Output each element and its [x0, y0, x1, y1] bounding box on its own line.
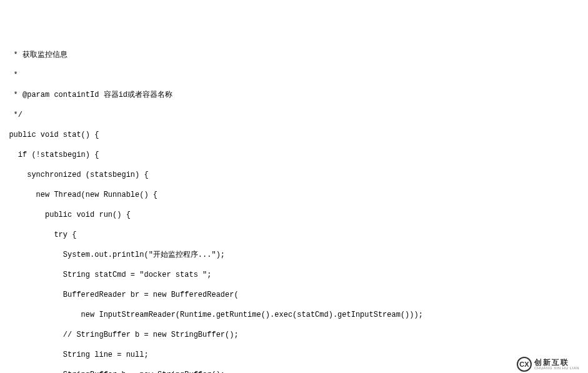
logo-en: CHUANG XIN HU LIAN — [534, 366, 579, 370]
code-line: String statCmd = "docker stats "; — [0, 270, 588, 280]
code-line: public void stat() { — [0, 130, 588, 140]
code-line: * @param containtId 容器id或者容器名称 — [0, 90, 588, 100]
logo-cn: 创新互联 — [534, 359, 579, 366]
code-line: if (!statsbegin) { — [0, 150, 588, 160]
logo-icon: CX — [517, 357, 532, 372]
code-line: */ — [0, 110, 588, 120]
code-line: synchronized (statsbegin) { — [0, 170, 588, 180]
code-line: // StringBuffer b = new StringBuffer(); — [0, 330, 588, 340]
code-line: BufferedReader br = new BufferedReader( — [0, 290, 588, 300]
code-line: StringBuffer b = new StringBuffer(); — [0, 370, 588, 373]
logo-text: 创新互联 CHUANG XIN HU LIAN — [534, 359, 579, 370]
watermark-logo: CX 创新互联 CHUANG XIN HU LIAN — [517, 356, 586, 373]
code-line: * 获取监控信息 — [0, 50, 588, 60]
code-line: new InputStreamReader(Runtime.getRuntime… — [0, 310, 588, 320]
code-line: * — [0, 70, 588, 80]
code-line: public void run() { — [0, 210, 588, 220]
code-line: String line = null; — [0, 350, 588, 360]
code-line: try { — [0, 230, 588, 240]
code-line: new Thread(new Runnable() { — [0, 190, 588, 200]
code-block: * 获取监控信息 * * @param containtId 容器id或者容器名… — [0, 40, 588, 373]
code-line: System.out.println("开始监控程序..."); — [0, 250, 588, 260]
